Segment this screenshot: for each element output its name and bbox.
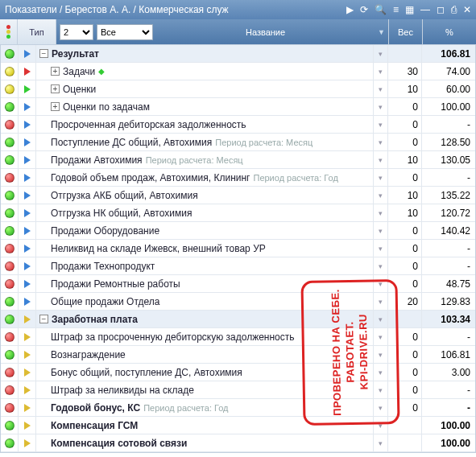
collapse-icon[interactable]: − <box>39 315 48 323</box>
table-row[interactable]: Поступление ДС общий, Автохимия Период р… <box>1 134 475 151</box>
row-dropdown[interactable]: ▾ <box>374 45 388 62</box>
row-dropdown[interactable]: ▾ <box>374 257 388 274</box>
period-label: Период расчета: Год <box>143 403 228 413</box>
name-column-label[interactable]: Название <box>156 27 375 37</box>
row-name-cell[interactable]: Штраф за просроченную дебиторскую задолж… <box>36 328 374 345</box>
type-arrow-cell <box>19 346 36 363</box>
number-select[interactable]: 2 <box>60 24 93 40</box>
table-row[interactable]: Продажи Ремонтные работы▾048.75 <box>1 275 475 293</box>
cpu-icon[interactable]: ▦ <box>405 4 414 15</box>
row-dropdown[interactable]: ▾ <box>374 293 388 310</box>
row-dropdown[interactable]: ▾ <box>374 169 388 186</box>
table-row[interactable]: +Задачи◆▾3074.00 <box>1 63 475 80</box>
row-dropdown[interactable]: ▾ <box>374 364 388 381</box>
row-name-cell[interactable]: Годовой объем продаж, Автохимия, Клининг… <box>36 169 374 186</box>
row-name-cell[interactable]: Общие продажи Отдела <box>36 293 374 310</box>
type-arrow-cell <box>19 187 36 204</box>
row-name-cell[interactable]: Поступление ДС общий, Автохимия Период р… <box>36 134 374 150</box>
row-dropdown[interactable]: ▾ <box>374 204 388 221</box>
table-row[interactable]: Просроченная дебиторская задолженность▾0… <box>1 116 475 134</box>
expand-icon[interactable]: + <box>51 102 60 111</box>
titlebar[interactable]: Показатели / Берестов А. А. / Коммерческ… <box>0 0 476 19</box>
row-dropdown[interactable]: ▾ <box>374 417 388 434</box>
close-icon[interactable]: ✕ <box>463 4 471 15</box>
collapse-icon[interactable]: − <box>39 49 48 58</box>
row-name-cell[interactable]: +Оценки по задачам <box>36 98 374 115</box>
table-row[interactable]: Бонус общий, поступление ДС, Автохимия▾0… <box>1 364 475 381</box>
row-dropdown[interactable]: ▾ <box>374 311 388 327</box>
row-name-cell[interactable]: Компенсация сотовой связи <box>36 434 374 451</box>
sort-icon[interactable]: ▼ <box>378 28 385 36</box>
table-row[interactable]: +Оценки▾1060.00 <box>1 80 475 98</box>
row-name-cell[interactable]: Продажи Автохимия Период расчета: Месяц <box>36 151 374 168</box>
row-dropdown[interactable]: ▾ <box>374 240 388 257</box>
row-name-cell[interactable]: Отгрузка АКБ общий, Автохимия <box>36 187 374 204</box>
row-dropdown[interactable]: ▾ <box>374 275 388 292</box>
row-dropdown[interactable]: ▾ <box>374 187 388 204</box>
filter-select[interactable]: Все <box>97 24 153 40</box>
row-name-cell[interactable]: −Заработная плата <box>36 311 374 327</box>
row-name-cell[interactable]: Бонус общий, поступление ДС, Автохимия <box>36 364 374 381</box>
table-row[interactable]: Штраф за просроченную дебиторскую задолж… <box>1 328 475 346</box>
row-name-cell[interactable]: Компенсация ГСМ <box>36 417 374 434</box>
search-icon[interactable]: 🔍 <box>375 4 387 15</box>
percent-header[interactable]: % <box>423 19 476 44</box>
row-dropdown[interactable]: ▾ <box>374 80 388 97</box>
row-dropdown[interactable]: ▾ <box>374 346 388 363</box>
expand-icon[interactable]: + <box>51 84 60 93</box>
row-name-cell[interactable]: Продажи Ремонтные работы <box>36 275 374 292</box>
type-header[interactable]: Тип <box>18 19 56 44</box>
restore-icon[interactable]: ◻ <box>437 4 445 15</box>
row-name-cell[interactable]: Неликвид на складе Ижевск, внешний товар… <box>36 240 374 257</box>
row-name-cell[interactable]: −Результат <box>36 45 374 62</box>
table-row[interactable]: Компенсация ГСМ▾100.00 <box>1 417 475 434</box>
weight-header[interactable]: Вес <box>389 19 423 44</box>
row-name-cell[interactable]: Отгрузка НК общий, Автохимия <box>36 204 374 221</box>
table-row[interactable]: Отгрузка НК общий, Автохимия▾10120.72 <box>1 204 475 222</box>
table-row[interactable]: −Заработная плата▾103.34 <box>1 311 475 328</box>
table-row[interactable]: +Оценки по задачам▾0100.00 <box>1 98 475 116</box>
table-row[interactable]: Вознаграждение▾0106.81 <box>1 346 475 364</box>
row-dropdown[interactable]: ▾ <box>374 381 388 398</box>
row-dropdown[interactable]: ▾ <box>374 434 388 451</box>
row-dropdown[interactable]: ▾ <box>374 63 388 80</box>
table-row[interactable]: Отгрузка АКБ общий, Автохимия▾10135.22 <box>1 187 475 204</box>
row-name-cell[interactable]: Штраф за неликвиды на складе <box>36 381 374 398</box>
table-row[interactable]: Компенсация сотовой связи▾100.00 <box>1 434 475 452</box>
play-icon[interactable]: ▶ <box>346 4 354 15</box>
row-name-cell[interactable]: Вознаграждение <box>36 346 374 363</box>
status-header[interactable] <box>0 19 18 44</box>
refresh-icon[interactable]: ⟳ <box>360 4 368 15</box>
row-name-cell[interactable]: +Задачи◆ <box>36 63 374 80</box>
row-dropdown[interactable]: ▾ <box>374 116 388 133</box>
row-name-cell[interactable]: Просроченная дебиторская задолженность <box>36 116 374 133</box>
print-icon[interactable]: ⎙ <box>451 4 457 15</box>
row-dropdown[interactable]: ▾ <box>374 328 388 345</box>
list-icon[interactable]: ≡ <box>393 4 399 15</box>
row-name-cell[interactable]: Продажи Оборудование <box>36 222 374 239</box>
row-name: Результат <box>52 48 99 60</box>
arrow-icon <box>24 439 31 447</box>
minimize-icon[interactable]: — <box>420 4 430 15</box>
row-name-cell[interactable]: Продажи Технопродукт <box>36 257 374 274</box>
status-light-icon <box>5 438 14 448</box>
expand-icon[interactable]: + <box>51 67 60 76</box>
table-row[interactable]: Годовой бонус, КС Период расчета: Год▾0- <box>1 399 475 417</box>
weight-cell: 0 <box>388 399 422 416</box>
table-row[interactable]: −Результат▾106.81 <box>1 45 475 63</box>
row-dropdown[interactable]: ▾ <box>374 222 388 239</box>
row-dropdown[interactable]: ▾ <box>374 134 388 150</box>
table-row[interactable]: Продажи Автохимия Период расчета: Месяц▾… <box>1 151 475 169</box>
row-name-cell[interactable]: Годовой бонус, КС Период расчета: Год <box>36 399 374 416</box>
table-row[interactable]: Продажи Оборудование▾0140.42 <box>1 222 475 240</box>
table-row[interactable]: Продажи Технопродукт▾0- <box>1 257 475 275</box>
table-row[interactable]: Неликвид на складе Ижевск, внешний товар… <box>1 240 475 257</box>
row-dropdown[interactable]: ▾ <box>374 399 388 416</box>
row-dropdown[interactable]: ▾ <box>374 98 388 115</box>
table-row[interactable]: Общие продажи Отдела▾20129.83 <box>1 293 475 311</box>
row-name: Бонус общий, поступление ДС, Автохимия <box>51 367 242 378</box>
table-row[interactable]: Годовой объем продаж, Автохимия, Клининг… <box>1 169 475 187</box>
row-dropdown[interactable]: ▾ <box>374 151 388 168</box>
row-name-cell[interactable]: +Оценки <box>36 80 374 97</box>
table-row[interactable]: Штраф за неликвиды на складе▾0- <box>1 381 475 399</box>
